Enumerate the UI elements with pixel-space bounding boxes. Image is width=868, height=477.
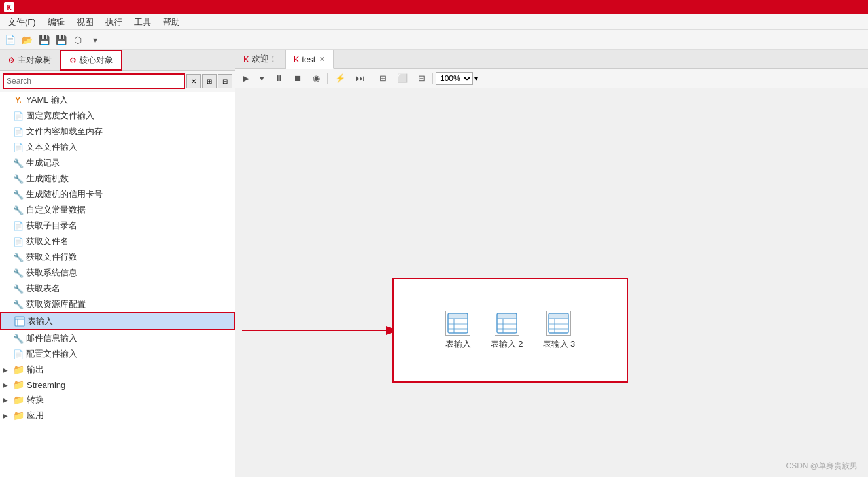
tree-item-get-tablename[interactable]: 🔧 获取表名 [0, 281, 235, 296]
config-file-input-label: 配置文件输入 [26, 348, 77, 360]
preview-button[interactable]: ◉ [308, 71, 324, 85]
toolbar-saveas[interactable]: 💾 [54, 33, 68, 47]
tab-main-tree[interactable]: ⚙ 主对象树 [0, 50, 60, 70]
svg-rect-13 [497, 313, 517, 319]
text-file-icon: 📄 [13, 142, 24, 152]
tree-item-credit-card[interactable]: 🔧 生成随机的信用卡号 [0, 186, 235, 202]
zoom-select[interactable]: 100% 50% 75% 125% 150% [436, 72, 473, 85]
titlebar: K [0, 0, 868, 14]
canvas-table-input-3[interactable]: 表输入 3 [543, 311, 576, 350]
folder-output[interactable]: ▶ 📁 输出 [0, 362, 235, 378]
toolbar-sep-3 [432, 73, 433, 84]
tab-welcome[interactable]: K 欢迎！ [235, 50, 286, 68]
tree-item-generate-random[interactable]: 🔧 生成随机数 [0, 171, 235, 186]
tree-item-get-file-lines[interactable]: 🔧 获取文件行数 [0, 249, 235, 265]
toolbar-open[interactable]: 📂 [20, 33, 34, 47]
folder-output-label: 输出 [27, 364, 44, 376]
canvas-table-icon-1 [445, 311, 470, 336]
canvas-table-input-2[interactable]: 表输入 2 [491, 311, 523, 350]
tree-item-email-input[interactable]: 🔧 邮件信息输入 [0, 330, 235, 346]
canvas-area: 表输入 [235, 88, 868, 477]
watermark: CSDN @单身贵族男 [786, 461, 858, 472]
generate-records-label: 生成记录 [26, 157, 60, 169]
right-tab-bar: K 欢迎！ K test ✕ [235, 50, 868, 69]
tree-item-custom-const[interactable]: 🔧 自定义常量数据 [0, 202, 235, 218]
left-tab-bar: ⚙ 主对象树 ⚙ 核心对象 [0, 50, 235, 71]
svg-rect-3 [16, 317, 24, 319]
file-content-icon: 📄 [13, 126, 24, 137]
menubar-item[interactable]: 视图 [71, 15, 99, 29]
get-file-lines-label: 获取文件行数 [26, 251, 77, 263]
toolbar-layers[interactable]: ⬡ [71, 33, 85, 47]
tree-item-get-dirname[interactable]: 📄 获取子目录名 [0, 218, 235, 234]
step-button[interactable]: ⚡ [330, 71, 350, 85]
tree-item-generate-records[interactable]: 🔧 生成记录 [0, 155, 235, 171]
folder-streaming-arrow: ▶ [3, 381, 10, 389]
folder-streaming-label: Streaming [27, 380, 65, 390]
test-tab-close[interactable]: ✕ [319, 55, 325, 63]
folder-app-icon: 📁 [13, 410, 24, 421]
canvas-table-icon-3 [546, 311, 571, 336]
grid-button[interactable]: ⊟ [413, 71, 430, 85]
get-dirname-icon: 📄 [13, 221, 24, 231]
search-clear-button[interactable]: ✕ [186, 74, 201, 88]
tree-item-text-file[interactable]: 📄 文本文件输入 [0, 139, 235, 155]
toolbar-dropdown[interactable]: ▾ [88, 33, 102, 47]
stop-button[interactable]: ⏹ [289, 71, 307, 85]
right-toolbar: ▶ ▾ ⏸ ⏹ ◉ ⚡ ⏭ ⊞ ⬜ ⊟ 100% 50% 75% 125% 15… [235, 69, 868, 88]
tree-item-file-content[interactable]: 📄 文件内容加载至内存 [0, 124, 235, 139]
toolbar-save[interactable]: 💾 [37, 33, 51, 47]
menubar-item[interactable]: 执行 [100, 15, 128, 29]
run-button[interactable]: ▶ [238, 71, 254, 85]
welcome-tab-label: 欢迎！ [252, 53, 277, 65]
folder-app[interactable]: ▶ 📁 应用 [0, 408, 235, 423]
folder-output-arrow: ▶ [3, 366, 10, 374]
tree-item-table-input[interactable]: 表输入 [0, 312, 235, 330]
core-objects-label: 核心对象 [79, 54, 113, 66]
get-file-lines-icon: 🔧 [13, 252, 24, 262]
canvas-table-label-1: 表输入 [445, 338, 471, 350]
menubar-item[interactable]: 编辑 [43, 15, 70, 29]
get-sysinfo-icon: 🔧 [13, 268, 24, 278]
get-dirname-label: 获取子目录名 [26, 220, 77, 232]
canvas-table-label-3: 表输入 3 [543, 338, 576, 350]
get-filename-label: 获取文件名 [26, 236, 69, 247]
align-button[interactable]: ⊞ [375, 71, 391, 85]
tree-item-fixed-width[interactable]: 📄 固定宽度文件输入 [0, 108, 235, 124]
drop-zone: 表输入 [392, 278, 628, 383]
folder-app-label: 应用 [27, 410, 44, 421]
get-tablename-label: 获取表名 [26, 283, 60, 294]
tree-item-get-sysinfo[interactable]: 🔧 获取系统信息 [0, 265, 235, 281]
folder-transform-label: 转换 [27, 394, 44, 406]
get-resource-config-icon: 🔧 [13, 299, 24, 309]
search-list-button[interactable]: ⊟ [218, 74, 232, 88]
folder-transform[interactable]: ▶ 📁 转换 [0, 392, 235, 408]
tree-panel: Y. YAML 输入 📄 固定宽度文件输入 📄 文件内容加载至内存 📄 文本文件… [0, 92, 235, 477]
fixed-width-icon: 📄 [13, 111, 24, 121]
svg-rect-19 [549, 313, 568, 319]
folder-streaming[interactable]: ▶ 📁 Streaming [0, 378, 235, 392]
tab-core-objects[interactable]: ⚙ 核心对象 [60, 50, 122, 71]
tab-test[interactable]: K test ✕ [286, 50, 334, 69]
tree-item-yaml[interactable]: Y. YAML 输入 [0, 92, 235, 108]
zoom-control: 100% 50% 75% 125% 150% ▾ [436, 72, 478, 85]
layout-button[interactable]: ⬜ [392, 71, 412, 85]
canvas-table-input-1[interactable]: 表输入 [445, 311, 471, 350]
search-grid-button[interactable]: ⊞ [202, 74, 217, 88]
toolbar-new[interactable]: 📄 [3, 33, 17, 47]
folder-app-arrow: ▶ [3, 412, 10, 419]
toolbar-sep-2 [372, 73, 372, 84]
tree-item-config-file-input[interactable]: 📄 配置文件输入 [0, 346, 235, 362]
menubar-item[interactable]: 帮助 [158, 15, 185, 29]
menubar-item[interactable]: 工具 [129, 15, 156, 29]
tree-item-get-resource-config[interactable]: 🔧 获取资源库配置 [0, 296, 235, 312]
credit-card-label: 生成随机的信用卡号 [26, 188, 103, 200]
search-input[interactable] [3, 73, 185, 89]
run-dropdown-button[interactable]: ▾ [255, 71, 269, 85]
pause-button[interactable]: ⏸ [270, 71, 288, 85]
next-step-button[interactable]: ⏭ [351, 71, 369, 85]
tree-item-get-filename[interactable]: 📄 获取文件名 [0, 234, 235, 249]
email-input-label: 邮件信息输入 [26, 332, 77, 344]
menubar-item[interactable]: 文件(F) [3, 15, 41, 29]
test-tab-label: test [302, 54, 315, 64]
